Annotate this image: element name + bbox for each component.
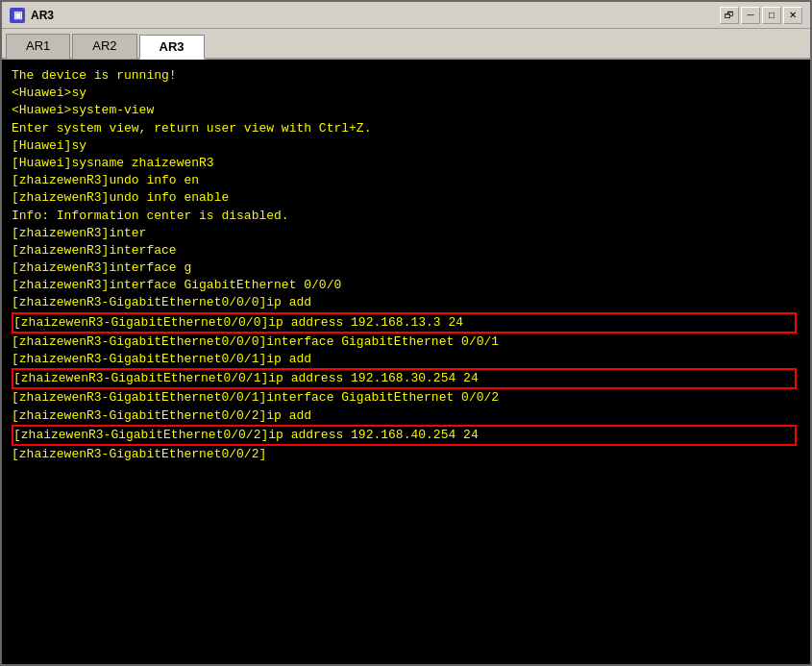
maximize-button[interactable]: □ bbox=[762, 7, 781, 24]
terminal-output[interactable]: The device is running! <Huawei>sy <Huawe… bbox=[2, 60, 810, 664]
terminal-line: [zhaizewenR3-GigabitEthernet0/0/1]ip add… bbox=[12, 368, 797, 389]
tab-ar3[interactable]: AR3 bbox=[139, 35, 205, 60]
window-title: AR3 bbox=[31, 9, 54, 22]
terminal-line: The device is running! bbox=[12, 67, 800, 85]
window-controls: 🗗 ─ □ ✕ bbox=[720, 7, 802, 24]
terminal-line: [zhaizewenR3]interface g bbox=[12, 259, 800, 277]
terminal-line: [zhaizewenR3]interface GigabitEthernet 0… bbox=[12, 277, 800, 294]
terminal-line: [zhaizewenR3-GigabitEthernet0/0/1]ip add bbox=[12, 351, 800, 368]
terminal-line: <Huawei>sy bbox=[12, 85, 800, 102]
minimize-button[interactable]: ─ bbox=[741, 7, 760, 24]
terminal-line: [zhaizewenR3-GigabitEthernet0/0/2] bbox=[12, 446, 800, 463]
terminal-line: [zhaizewenR3]undo info enable bbox=[12, 189, 800, 207]
app-icon: ▣ bbox=[10, 8, 25, 23]
terminal-line: [zhaizewenR3]undo info en bbox=[12, 172, 800, 189]
terminal-line: [zhaizewenR3-GigabitEthernet0/0/2]ip add bbox=[12, 407, 800, 425]
terminal-line: [zhaizewenR3]inter bbox=[12, 225, 800, 242]
tab-bar: AR1 AR2 AR3 bbox=[2, 29, 810, 60]
terminal-line: [zhaizewenR3-GigabitEthernet0/0/1]interf… bbox=[12, 389, 800, 407]
terminal-line: Enter system view, return user view with… bbox=[12, 120, 800, 137]
terminal-line: Info: Information center is disabled. bbox=[12, 208, 800, 225]
title-bar: ▣ AR3 🗗 ─ □ ✕ bbox=[2, 2, 810, 29]
tab-ar1[interactable]: AR1 bbox=[6, 34, 70, 59]
terminal-line: [zhaizewenR3]interface bbox=[12, 242, 800, 259]
tab-ar2[interactable]: AR2 bbox=[72, 34, 136, 59]
terminal-line: [zhaizewenR3-GigabitEthernet0/0/0]ip add… bbox=[12, 312, 797, 333]
restore-button[interactable]: 🗗 bbox=[720, 7, 739, 24]
terminal-line: [Huawei]sysname zhaizewenR3 bbox=[12, 155, 800, 172]
close-button[interactable]: ✕ bbox=[783, 7, 802, 24]
terminal-line: [Huawei]sy bbox=[12, 137, 800, 155]
title-bar-left: ▣ AR3 bbox=[10, 8, 54, 23]
terminal-line: [zhaizewenR3-GigabitEthernet0/0/0]interf… bbox=[12, 333, 800, 351]
terminal-line: [zhaizewenR3-GigabitEthernet0/0/0]ip add bbox=[12, 294, 800, 311]
main-window: ▣ AR3 🗗 ─ □ ✕ AR1 AR2 AR3 The device is … bbox=[0, 0, 812, 666]
terminal-line: <Huawei>system-view bbox=[12, 102, 800, 119]
terminal-line: [zhaizewenR3-GigabitEthernet0/0/2]ip add… bbox=[12, 425, 797, 446]
